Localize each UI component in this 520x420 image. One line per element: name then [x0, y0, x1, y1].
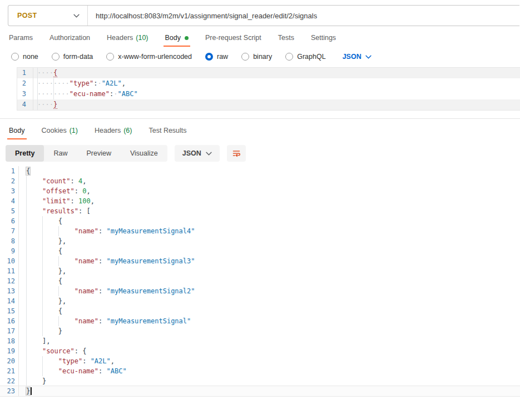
code-text: ········"type":·"A2L", [33, 78, 520, 89]
chevron-down-icon [206, 152, 212, 156]
code-line: 15 { [0, 306, 520, 316]
mode-x-www-form-urlencoded[interactable]: x-www-form-urlencoded [106, 53, 192, 61]
response-body-editor[interactable]: 1{2 "count": 4,3 "offset": 0,4 "limit": … [0, 166, 520, 396]
indent-guide [26, 336, 27, 346]
text-cursor [31, 387, 32, 395]
request-tabs: ParamsAuthorizationHeaders(10)BodyPre-re… [9, 34, 520, 47]
code-text: "name": "myMeasurementSignal" [19, 316, 520, 326]
mode-graphql[interactable]: GraphQL [285, 53, 325, 61]
chevron-down-icon [365, 53, 372, 61]
indent-guide [26, 296, 27, 306]
line-number: 5 [0, 206, 19, 216]
mode-form-data[interactable]: form-data [52, 53, 93, 61]
code-line: 14 }, [0, 296, 520, 306]
mode-none[interactable]: none [11, 53, 38, 61]
tab-count-badge: (10) [136, 34, 148, 42]
tab-pre-request-script[interactable]: Pre-request Script [205, 34, 261, 47]
code-line: 4····} [17, 99, 520, 110]
tab-count-badge: (6) [123, 127, 132, 134]
code-text: "source": { [19, 346, 520, 356]
line-number: 9 [0, 246, 19, 256]
request-language-select[interactable]: JSON [343, 53, 372, 61]
line-number: 4 [0, 196, 19, 206]
line-number: 1 [0, 166, 19, 176]
request-body-editor[interactable]: 1····{2········"type":·"A2L",3········"e… [17, 67, 520, 111]
indent-guide [42, 356, 43, 366]
tab-body[interactable]: Body [9, 127, 25, 139]
section-divider [0, 118, 520, 119]
code-line: 13 "name": "myMeasurementSignal2" [0, 286, 520, 296]
method-select[interactable]: POST [8, 6, 88, 26]
view-preview[interactable]: Preview [77, 145, 120, 162]
line-number: 4 [17, 99, 33, 110]
mode-binary[interactable]: binary [241, 53, 272, 61]
radio-icon [11, 53, 19, 61]
tab-test-results[interactable]: Test Results [148, 127, 186, 139]
mode-raw[interactable]: raw [205, 53, 228, 61]
indent-guide [26, 366, 27, 376]
code-text: { [19, 306, 520, 316]
code-line: 4 "limit": 100, [0, 196, 520, 206]
response-view-switch: PrettyRawPreviewVisualize [6, 145, 167, 162]
indent-guide [42, 286, 43, 296]
tab-body[interactable]: Body [165, 34, 189, 47]
code-line: 6 { [0, 216, 520, 226]
code-text: }, [19, 266, 520, 276]
tab-cookies[interactable]: Cookies(1) [42, 127, 78, 139]
line-number: 18 [0, 336, 19, 346]
code-text: ········"ecu-name":·"ABC" [33, 89, 520, 99]
code-line: 8 }, [0, 236, 520, 246]
url-input[interactable]: http://localhost:8083/m2m/v1/assignment/… [88, 6, 519, 26]
line-number: 3 [17, 89, 33, 99]
code-line: 3········"ecu-name":·"ABC" [17, 89, 520, 99]
indent-guide [58, 226, 59, 236]
code-text: "count": 4, [19, 176, 520, 186]
radio-icon [106, 53, 114, 61]
radio-icon [241, 53, 249, 61]
method-label: POST [17, 12, 37, 19]
indent-guide [26, 316, 27, 326]
tab-headers[interactable]: Headers(10) [107, 34, 148, 47]
code-text: { [19, 276, 520, 286]
indent-guide [26, 236, 27, 246]
line-number: 2 [17, 78, 33, 89]
code-line: 1····{ [17, 68, 520, 78]
line-number: 12 [0, 276, 19, 286]
indent-guide [26, 286, 27, 296]
indent-guide [26, 276, 27, 286]
line-number: 21 [0, 366, 19, 376]
indent-guide [26, 176, 27, 186]
indent-guide [42, 366, 43, 376]
line-number: 1 [17, 68, 33, 78]
line-number: 17 [0, 326, 19, 336]
code-text: "name": "myMeasurementSignal3" [19, 256, 520, 266]
line-number: 6 [0, 216, 19, 226]
indent-guide [42, 296, 43, 306]
view-visualize[interactable]: Visualize [121, 145, 167, 162]
tab-settings[interactable]: Settings [311, 34, 336, 47]
code-text: } [19, 376, 520, 386]
tab-headers[interactable]: Headers(6) [95, 127, 132, 139]
tab-authorization[interactable]: Authorization [49, 34, 90, 47]
indent-guide [26, 216, 27, 226]
code-text: "name": "myMeasurementSignal4" [19, 226, 520, 236]
response-language-select[interactable]: JSON [175, 145, 220, 162]
radio-icon [285, 53, 293, 61]
indent-guide [42, 266, 43, 276]
line-number: 22 [0, 376, 19, 386]
format-button[interactable] [227, 145, 246, 162]
tab-params[interactable]: Params [9, 34, 33, 47]
indent-guide [42, 216, 43, 226]
code-text: "type": "A2L", [19, 356, 520, 366]
view-raw[interactable]: Raw [44, 145, 77, 162]
indent-guide [37, 68, 38, 78]
code-line: 9 { [0, 246, 520, 256]
code-text: "offset": 0, [19, 186, 520, 196]
tab-tests[interactable]: Tests [278, 34, 294, 47]
code-line: 12 { [0, 276, 520, 286]
view-pretty[interactable]: Pretty [6, 145, 44, 162]
code-text: ····} [33, 99, 520, 110]
indent-guide [26, 266, 27, 276]
line-number: 16 [0, 316, 19, 326]
indent-guide [42, 236, 43, 246]
